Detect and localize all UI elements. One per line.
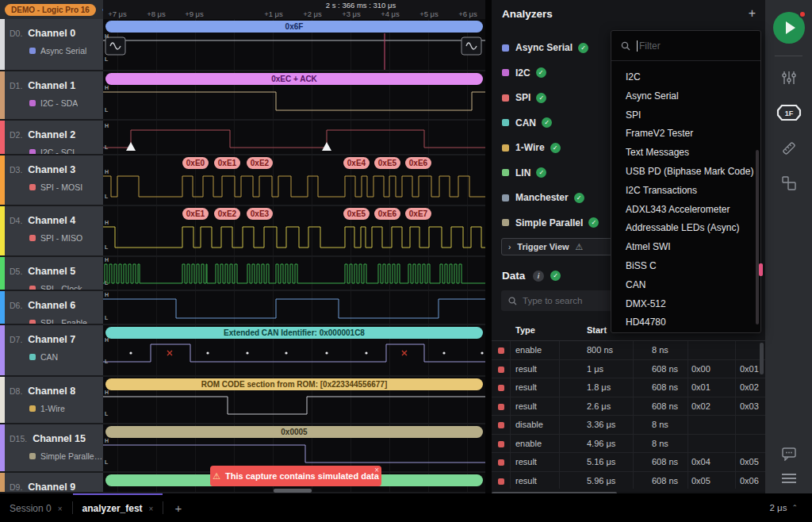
channel-item-channel-9[interactable]: D9.Channel 9	[0, 473, 103, 492]
dropdown-item-adxl343-accelerometer[interactable]: ADXL343 Accelerometer	[611, 200, 759, 219]
analyzer-item-i2c[interactable]: I2C✓	[502, 65, 546, 81]
dropdown-item-atmel-swi[interactable]: Atmel SWI	[611, 237, 759, 256]
dropdown-filter-input[interactable]: Filter	[611, 31, 760, 61]
measurement-ruler-icon[interactable]	[780, 140, 798, 157]
analyzer-item-simple-parallel[interactable]: Simple Parallel✓	[502, 215, 599, 231]
decode-bubble[interactable]: 0xE5	[343, 208, 370, 220]
channel-item-channel-15[interactable]: D15.Channel 15Simple Parallel - Clo...	[0, 424, 103, 471]
dropdown-item-framev2-tester[interactable]: FrameV2 Tester	[611, 124, 759, 143]
frame-format-icon[interactable]: 1F	[776, 104, 802, 121]
dropdown-item-text-messages[interactable]: Text Messages	[611, 143, 759, 162]
decode-bubble[interactable]: 0xE3	[247, 208, 273, 220]
dropdown-scrollbar[interactable]	[756, 150, 759, 324]
column-header-start[interactable]: Start	[587, 325, 607, 335]
decode-bubble[interactable]: 0xE2	[247, 157, 273, 169]
data-table-row[interactable]: result5.16 μs608 ns0x040x05	[492, 453, 765, 472]
dropdown-item-async-serial[interactable]: Async Serial	[611, 86, 759, 106]
analyzer-item-async-serial[interactable]: Async Serial✓	[502, 40, 588, 56]
add-analyzer-button[interactable]: +	[749, 6, 756, 21]
decode-bubble[interactable]: ROM CODE section from ROM: [0x2233445566…	[105, 378, 483, 390]
tab-analyzer-fest[interactable]: analyzer_fest ×	[73, 493, 163, 522]
channel-item-channel-5[interactable]: D5.Channel 5SPI - Clock	[0, 257, 103, 290]
menu-icon[interactable]	[780, 472, 798, 485]
tab-session-0[interactable]: Session 0 ×	[0, 493, 72, 522]
dropdown-item-biss-c[interactable]: BiSS C	[611, 256, 759, 275]
capture-settings-icon[interactable]	[781, 70, 797, 86]
column-header-type[interactable]: Type	[515, 325, 535, 335]
check-icon[interactable]: ✓	[536, 167, 546, 178]
toast-close-icon[interactable]: ×	[374, 466, 379, 474]
analyzer-item-manchester[interactable]: Manchester✓	[502, 190, 584, 205]
decode-bubble[interactable]: 0xE0	[182, 157, 209, 169]
decode-bubble[interactable]: 0xE6	[405, 157, 431, 169]
channel-item-channel-4[interactable]: D4.Channel 4SPI - MISO	[0, 206, 103, 255]
analyzer-item-can[interactable]: CAN✓	[502, 115, 552, 131]
decode-bubble[interactable]: Extended CAN Identifier: 0x000001C8	[105, 327, 483, 339]
channel-item-channel-7[interactable]: D7.Channel 7CAN	[0, 325, 103, 375]
dropdown-item-dmx-512[interactable]: DMX-512	[611, 294, 759, 313]
zoom-level-control[interactable]: 2 μs ⌃	[769, 493, 798, 522]
data-table-row[interactable]: result5.96 μs608 ns0x050x06	[492, 472, 765, 489]
waveform-area-d7[interactable]: Extended CAN Identifier: 0x000001C8HL	[103, 325, 485, 375]
waveform-area-d15[interactable]: 0x0005HL	[103, 424, 485, 471]
data-check-icon[interactable]: ✓	[550, 271, 561, 281]
waveform-area-d8[interactable]: ROM CODE section from ROM: [0x2233445566…	[103, 377, 485, 423]
waveform-area-d1[interactable]: 0xEC + ACKHL	[103, 71, 485, 119]
dropdown-item-i2c[interactable]: I2C	[611, 67, 759, 86]
decode-bubble[interactable]: 0xE5	[374, 157, 400, 169]
check-icon[interactable]: ✓	[550, 143, 561, 153]
channel-item-channel-1[interactable]: D1.Channel 1I2C - SDA	[0, 71, 103, 119]
decode-bubble[interactable]: 0xE6	[374, 208, 400, 220]
decode-bubble[interactable]: 0xEC + ACK	[105, 73, 483, 85]
channel-item-channel-8[interactable]: D8.Channel 81-Wire	[0, 377, 103, 423]
channel-item-channel-3[interactable]: D3.Channel 3SPI - MOSI	[0, 155, 103, 205]
channel-item-channel-2[interactable]: D2.Channel 2I2C - SCL	[0, 121, 103, 154]
check-icon[interactable]: ✓	[574, 193, 584, 203]
channel-item-channel-0[interactable]: D0.Channel 0Async Serial	[0, 19, 103, 70]
check-icon[interactable]: ✓	[536, 67, 546, 78]
data-table-row[interactable]: result1 μs608 ns0x000x01	[492, 360, 765, 379]
waveform-area-d4[interactable]: 0xE10xE20xE30xE50xE60xE7HL	[103, 206, 485, 255]
dropdown-item-spi[interactable]: SPI	[611, 106, 759, 125]
close-tab-icon[interactable]: ×	[149, 505, 154, 513]
data-table-row[interactable]: enable800 ns8 ns	[492, 341, 765, 360]
decode-bubble[interactable]: 0xE1	[214, 157, 240, 169]
decode-bubble[interactable]: 0x0005	[105, 426, 483, 438]
new-tab-button[interactable]: +	[163, 493, 193, 522]
info-icon[interactable]: i	[533, 271, 544, 282]
dropdown-item-can[interactable]: CAN	[611, 275, 759, 294]
dropdown-item-usb-pd-biphase-mark-code-[interactable]: USB PD (Biphase Mark Code)	[611, 162, 759, 181]
table-vertical-scrollbar[interactable]	[760, 343, 764, 374]
decode-bubble[interactable]: 0xE2	[214, 208, 240, 220]
waveform-area-d6[interactable]: HL	[103, 291, 485, 324]
analyzer-item-spi[interactable]: SPI✓	[502, 90, 546, 106]
waveform-area-d2[interactable]: HL	[103, 121, 485, 154]
layout-grid-icon[interactable]	[781, 175, 797, 191]
dropdown-item-addressable-leds-async-[interactable]: Addressable LEDs (Async)	[611, 218, 759, 237]
analyzer-item-1-wire[interactable]: 1-Wire✓	[502, 140, 561, 155]
check-icon[interactable]: ✓	[542, 117, 552, 128]
data-table-row[interactable]: result2.6 μs608 ns0x020x03	[492, 397, 765, 416]
check-icon[interactable]: ✓	[536, 93, 546, 103]
feedback-chat-icon[interactable]	[781, 447, 797, 461]
decode-bubble[interactable]: 0x6F	[105, 21, 483, 33]
check-icon[interactable]: ✓	[578, 43, 588, 53]
data-table-row[interactable]: result1.8 μs608 ns0x010x02	[492, 378, 765, 397]
waveform-area-d0[interactable]: 0x6FHL	[103, 19, 485, 70]
decode-bubble[interactable]: 0xE4	[343, 157, 370, 169]
data-table-row[interactable]: enable4.96 μs8 ns	[492, 435, 765, 454]
analyzer-item-lin[interactable]: LIN✓	[502, 165, 546, 181]
waveform-horizontal-scrollbar[interactable]	[274, 489, 312, 493]
waveform-area-d3[interactable]: 0xE00xE10xE20xE40xE50xE6HL	[103, 155, 485, 205]
decode-bubble[interactable]: 0xE7	[405, 208, 431, 220]
waveform-area-d5[interactable]: HL	[103, 257, 485, 290]
timeline-ruler[interactable]: 2 s : 366 ms : 310 μs +7 μs+8 μs+9 μs+1 …	[103, 0, 485, 19]
decode-bubble[interactable]: 0xE1	[182, 208, 209, 220]
dropdown-item-hd44780[interactable]: HD44780	[611, 313, 759, 332]
close-tab-icon[interactable]: ×	[58, 505, 63, 513]
channel-item-channel-6[interactable]: D6.Channel 6SPI - Enable	[0, 291, 103, 324]
data-table-row[interactable]: disable3.36 μs8 ns	[492, 416, 765, 435]
device-badge[interactable]: DEMO - Logic Pro 16	[5, 4, 96, 16]
dropdown-item-i2c-transactions[interactable]: I2C Transactions	[611, 181, 759, 200]
check-icon[interactable]: ✓	[588, 217, 599, 228]
